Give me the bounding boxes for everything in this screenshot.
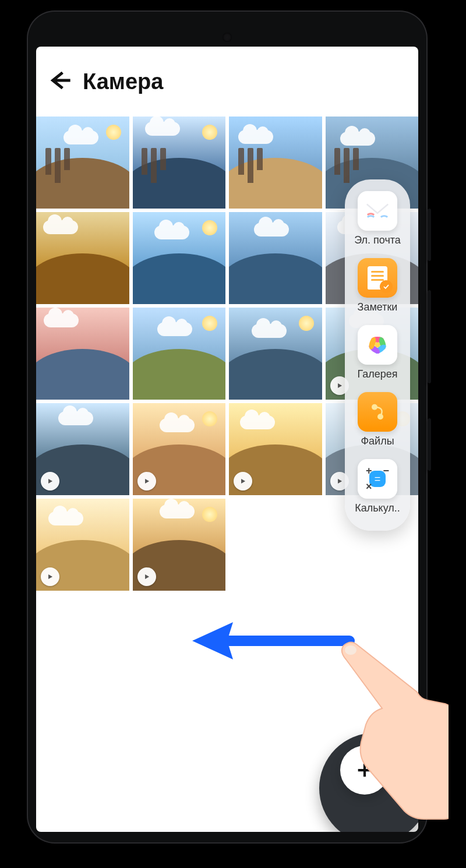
thumbnail[interactable] xyxy=(36,308,129,400)
svg-point-6 xyxy=(375,343,380,348)
dock-item-calculator[interactable]: +−×= Калькул.. xyxy=(345,459,410,514)
dock-label: Заметки xyxy=(358,301,398,313)
thumbnail[interactable] xyxy=(36,403,129,495)
play-icon xyxy=(41,472,59,491)
back-icon[interactable] xyxy=(49,69,72,94)
dock-label: Калькул.. xyxy=(355,502,400,514)
thumbnail[interactable] xyxy=(133,212,226,304)
thumbnail[interactable] xyxy=(36,499,129,591)
dock-item-mail[interactable]: Эл. почта xyxy=(345,191,410,246)
thumbnail[interactable] xyxy=(133,308,226,400)
play-icon xyxy=(137,472,156,491)
notes-icon xyxy=(358,258,397,298)
thumbnail[interactable] xyxy=(229,308,322,400)
thumbnail[interactable] xyxy=(229,403,322,495)
calculator-icon: +−×= xyxy=(358,459,397,499)
hand-pointer-icon xyxy=(326,641,449,824)
thumbnail[interactable] xyxy=(36,212,129,304)
mail-icon xyxy=(358,191,397,231)
empty-cell xyxy=(229,499,322,591)
side-button-3 xyxy=(428,418,431,471)
gallery-icon xyxy=(358,325,397,365)
play-icon xyxy=(137,567,156,586)
thumbnail[interactable] xyxy=(36,117,129,209)
side-button-1 xyxy=(428,209,431,261)
thumbnail[interactable] xyxy=(229,212,322,304)
play-icon xyxy=(234,472,252,491)
dock-label: Эл. почта xyxy=(354,234,401,246)
thumbnail[interactable] xyxy=(229,117,322,209)
thumbnail[interactable] xyxy=(133,499,226,591)
dock-item-gallery[interactable]: Галерея xyxy=(345,325,410,380)
dock-label: Файлы xyxy=(361,435,394,447)
header: Камера xyxy=(36,47,418,117)
side-button-2 xyxy=(428,290,431,383)
play-icon xyxy=(41,567,59,586)
dock-label: Галерея xyxy=(357,368,397,380)
thumbnail[interactable] xyxy=(133,403,226,495)
dock-item-files[interactable]: Файлы xyxy=(345,392,410,447)
svg-point-13 xyxy=(345,645,356,655)
dock-item-notes[interactable]: Заметки xyxy=(345,258,410,313)
app-dock[interactable]: Эл. почта Заметки xyxy=(345,179,410,531)
files-icon xyxy=(358,392,397,432)
thumbnail[interactable] xyxy=(133,117,226,209)
page-title: Камера xyxy=(83,69,163,94)
